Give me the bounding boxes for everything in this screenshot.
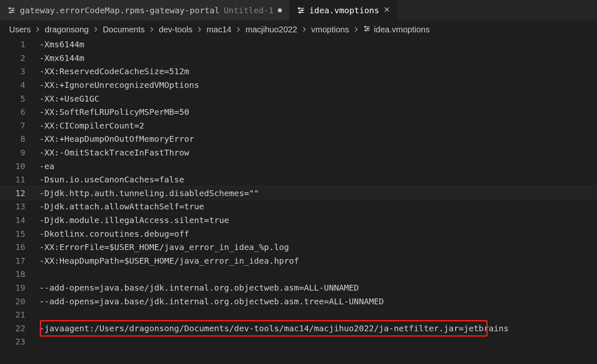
code-text: --add-opens=java.base/jdk.internal.org.o… — [39, 296, 597, 306]
chevron-right-icon — [353, 25, 359, 34]
code-line[interactable]: 3-XX:ReservedCodeCacheSize=512m — [0, 65, 597, 78]
code-line[interactable]: 9-XX:-OmitStackTraceInFastThrow — [0, 146, 597, 160]
chevron-right-icon — [301, 25, 307, 34]
code-line[interactable]: 20--add-opens=java.base/jdk.internal.org… — [0, 294, 597, 308]
line-number: 20 — [0, 296, 39, 306]
code-text: -XX:+IgnoreUnrecognizedVMOptions — [39, 80, 597, 90]
svg-point-3 — [9, 7, 10, 9]
code-line[interactable]: 14-Djdk.module.illegalAccess.silent=true — [0, 214, 597, 227]
code-line[interactable]: 23 — [0, 335, 597, 349]
code-text: -XX:+UseG1GC — [39, 94, 597, 104]
svg-point-5 — [10, 12, 11, 13]
code-text: -XX:CICompilerCount=2 — [39, 121, 597, 131]
svg-point-4 — [12, 10, 13, 11]
chevron-right-icon — [35, 25, 41, 34]
tab-idea-vmoptions[interactable]: idea.vmoptions — [289, 0, 398, 20]
code-text: -XX:ReservedCodeCacheSize=512m — [39, 66, 597, 76]
code-line[interactable]: 5-XX:+UseG1GC — [0, 92, 597, 105]
line-number: 3 — [0, 66, 39, 76]
code-text: -Dsun.io.useCanonCaches=false — [39, 175, 597, 184]
code-line[interactable]: 18 — [0, 267, 597, 281]
line-number: 11 — [0, 175, 39, 184]
chevron-right-icon — [93, 25, 99, 34]
breadcrumb-leaf-label: idea.vmoptions — [374, 25, 430, 34]
code-line[interactable]: 8-XX:+HeapDumpOnOutOfMemoryError — [0, 132, 597, 146]
tab-untitled-1[interactable]: gateway.errorCodeMap.rpms-gateway-portal… — [0, 0, 289, 20]
breadcrumb-leaf[interactable]: idea.vmoptions — [363, 25, 430, 34]
line-number: 2 — [0, 53, 39, 63]
code-text: -XX:ErrorFile=$USER_HOME/java_error_in_i… — [39, 242, 597, 252]
code-line[interactable]: 7-XX:CICompilerCount=2 — [0, 119, 597, 133]
breadcrumb-segment[interactable]: Users — [9, 25, 31, 34]
svg-point-18 — [367, 28, 369, 29]
svg-point-9 — [298, 7, 299, 9]
chevron-right-icon — [235, 25, 241, 34]
line-number: 14 — [0, 215, 39, 225]
code-text: -Xmx6144m — [39, 53, 597, 63]
svg-point-17 — [364, 26, 366, 27]
chevron-right-icon — [197, 25, 202, 34]
line-number: 6 — [0, 107, 39, 117]
code-line[interactable]: 1-Xms6144m — [0, 38, 597, 51]
close-icon[interactable] — [383, 6, 390, 15]
code-line[interactable]: 17-XX:HeapDumpPath=$USER_HOME/java_error… — [0, 254, 597, 268]
code-text: -Djdk.attach.allowAttachSelf=true — [39, 201, 597, 211]
breadcrumb-segment[interactable]: dragonsong — [45, 25, 89, 34]
breadcrumb-segment[interactable]: vmoptions — [311, 25, 349, 34]
line-number: 5 — [0, 94, 39, 104]
line-number: 13 — [0, 201, 39, 211]
code-text: -Djdk.module.illegalAccess.silent=true — [39, 215, 597, 225]
code-line[interactable]: 6-XX:SoftRefLRUPolicyMSPerMB=50 — [0, 105, 597, 119]
code-line[interactable]: 4-XX:+IgnoreUnrecognizedVMOptions — [0, 78, 597, 92]
code-line[interactable]: 16-XX:ErrorFile=$USER_HOME/java_error_in… — [0, 240, 597, 254]
line-number: 9 — [0, 148, 39, 158]
code-text: -Xms6144m — [39, 39, 597, 49]
code-line[interactable]: 2-Xmx6144m — [0, 51, 597, 65]
editor-tab-bar: gateway.errorCodeMap.rpms-gateway-portal… — [0, 0, 597, 21]
code-line[interactable]: 12-Djdk.http.auth.tunneling.disabledSche… — [0, 187, 597, 200]
code-editor[interactable]: 1-Xms6144m2-Xmx6144m3-XX:ReservedCodeCac… — [0, 38, 597, 349]
tab-title-dim: Untitled-1 — [224, 5, 274, 15]
line-number: 18 — [0, 269, 39, 279]
line-number: 21 — [0, 310, 39, 320]
line-number: 16 — [0, 242, 39, 252]
line-number: 7 — [0, 121, 39, 131]
code-text: -Dkotlinx.coroutines.debug=off — [39, 229, 597, 239]
tab-title: idea.vmoptions — [309, 5, 379, 15]
settings-file-icon — [7, 6, 16, 15]
breadcrumb-segment[interactable]: mac14 — [206, 25, 231, 34]
code-line[interactable]: 15-Dkotlinx.coroutines.debug=off — [0, 227, 597, 240]
code-text: -XX:+HeapDumpOnOutOfMemoryError — [39, 134, 597, 144]
code-line[interactable]: 21 — [0, 308, 597, 322]
svg-point-11 — [299, 12, 301, 13]
code-text: -Djdk.http.auth.tunneling.disabledScheme… — [39, 188, 597, 198]
svg-point-19 — [365, 30, 366, 31]
code-line[interactable]: 13-Djdk.attach.allowAttachSelf=true — [0, 200, 597, 214]
line-number: 4 — [0, 80, 39, 90]
line-number: 12 — [0, 188, 39, 198]
code-text: -XX:-OmitStackTraceInFastThrow — [39, 148, 597, 158]
line-number: 22 — [0, 323, 39, 333]
code-line[interactable]: 11-Dsun.io.useCanonCaches=false — [0, 173, 597, 187]
line-number: 8 — [0, 134, 39, 144]
line-number: 1 — [0, 39, 39, 49]
breadcrumb-segment[interactable]: macjihuo2022 — [245, 25, 297, 34]
tab-title-main: gateway.errorCodeMap.rpms-gateway-portal — [20, 5, 220, 15]
code-text: -javaagent:/Users/dragonsong/Documents/d… — [39, 323, 597, 333]
code-text: -ea — [39, 161, 597, 171]
code-text: --add-opens=java.base/jdk.internal.org.o… — [39, 283, 597, 293]
code-line[interactable]: 10-ea — [0, 159, 597, 173]
code-line[interactable]: 19--add-opens=java.base/jdk.internal.org… — [0, 281, 597, 295]
svg-point-10 — [301, 10, 303, 11]
line-number: 17 — [0, 256, 39, 266]
unsaved-dot-icon — [278, 8, 282, 12]
line-number: 10 — [0, 161, 39, 171]
code-text: -XX:HeapDumpPath=$USER_HOME/java_error_i… — [39, 256, 597, 266]
code-line[interactable]: 22-javaagent:/Users/dragonsong/Documents… — [0, 321, 597, 335]
breadcrumb-segment[interactable]: Documents — [103, 25, 145, 34]
settings-file-icon — [363, 25, 371, 34]
breadcrumb[interactable]: UsersdragonsongDocumentsdev-toolsmac14ma… — [0, 21, 597, 38]
line-number: 15 — [0, 229, 39, 239]
line-number: 23 — [0, 337, 39, 347]
breadcrumb-segment[interactable]: dev-tools — [159, 25, 192, 34]
